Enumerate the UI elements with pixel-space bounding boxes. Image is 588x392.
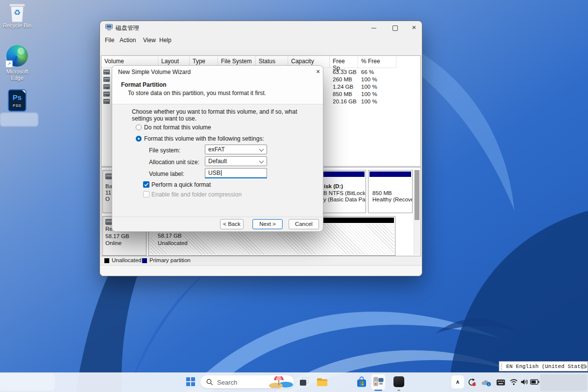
blurred-psd-label xyxy=(0,113,38,126)
menu-help[interactable]: Help xyxy=(159,37,172,44)
quick-format-checkbox[interactable] xyxy=(143,181,149,188)
touch-keyboard-icon[interactable] xyxy=(496,379,505,386)
free-space-value: 850 MB xyxy=(333,91,352,97)
psd-glyph: PSD xyxy=(9,104,25,107)
radio-format-volume[interactable] xyxy=(136,136,142,142)
menu-file[interactable]: File xyxy=(105,37,114,44)
pct-free-value: 100 % xyxy=(361,76,377,82)
free-space-value: 20.16 GB xyxy=(333,98,357,104)
active-app-indicator xyxy=(374,390,382,391)
disk-management-app-icon xyxy=(105,24,113,31)
wifi-icon[interactable] xyxy=(510,379,518,386)
volume-label-label: Volume label: xyxy=(149,171,184,177)
search-highlight-doodle-icon[interactable] xyxy=(268,376,294,388)
search-input[interactable]: Search xyxy=(200,375,294,389)
blurred-corner-area xyxy=(0,373,55,391)
cancel-button[interactable]: Cancel xyxy=(289,219,319,229)
tray-overflow-button[interactable]: ∧ xyxy=(451,375,464,389)
free-space-value: 1.24 GB xyxy=(333,84,353,90)
col-pctfree[interactable]: % Free xyxy=(358,56,396,68)
unallocated-size: 58.17 GB xyxy=(158,233,182,239)
unallocated-label: Unallocated xyxy=(158,240,188,246)
titlebar[interactable]: 磁盘管理 × xyxy=(100,21,422,34)
menu-action[interactable]: Action xyxy=(120,37,136,44)
legend-unallocated-swatch xyxy=(104,258,109,263)
wizard-step-heading: Format Partition xyxy=(121,81,167,88)
menu-view[interactable]: View xyxy=(143,37,156,44)
maximize-button[interactable] xyxy=(392,25,398,31)
next-button[interactable]: Next > xyxy=(252,219,283,229)
quick-format-label[interactable]: Perform a quick format xyxy=(151,181,211,188)
chevron-down-icon xyxy=(259,159,264,164)
drag-grip-icon[interactable] xyxy=(501,363,502,370)
back-button[interactable]: < Back xyxy=(220,219,244,229)
file-system-label: File system: xyxy=(149,147,180,154)
page-fold-icon xyxy=(22,90,26,94)
desktop-icon-recycle-bin[interactable]: ♻ Recycle Bin xyxy=(0,2,34,29)
wizard-step-subheading: To store data on this partition, you mus… xyxy=(128,90,266,97)
recovery-partition-box[interactable]: 850 MB Healthy (Recove xyxy=(368,170,413,213)
partition-d-health: y (Basic Data Partit xyxy=(323,196,366,202)
allocation-unit-select[interactable]: Default xyxy=(205,156,267,166)
battery-icon[interactable] xyxy=(530,379,539,385)
taskbar: Search xyxy=(0,372,588,392)
file-system-value: exFAT xyxy=(208,146,225,153)
volume-icon[interactable] xyxy=(520,378,529,386)
close-button[interactable]: × xyxy=(410,23,418,31)
file-explorer-icon[interactable] xyxy=(317,377,328,387)
disk1-type: Ba xyxy=(105,183,112,189)
volume-label-value: USB xyxy=(208,170,220,176)
start-button[interactable] xyxy=(186,377,195,386)
onedrive-cloud-icon[interactable]: i xyxy=(481,379,492,387)
language-bar[interactable]: EN English (United States) xyxy=(499,361,588,371)
psd-file-icon: Ps PSD xyxy=(8,89,26,112)
partition-d-title: isk (D:) xyxy=(324,183,343,189)
ps-glyph: Ps xyxy=(9,93,25,101)
pct-free-value: 100 % xyxy=(361,91,377,97)
free-space-value: 260 MB xyxy=(333,76,352,82)
pct-free-value: 100 % xyxy=(361,84,377,90)
button-row-divider xyxy=(112,217,323,217)
open-app-indicator xyxy=(397,390,400,391)
compression-checkbox[interactable] xyxy=(143,191,149,197)
recycle-bin-icon: ♻ xyxy=(8,2,26,23)
pct-free-value: 66 % xyxy=(361,69,374,75)
minimize-button[interactable] xyxy=(371,28,376,28)
chevron-up-icon: ∧ xyxy=(456,379,460,385)
disk1-status: O xyxy=(105,196,110,202)
ime-options-icon[interactable] xyxy=(581,364,585,368)
task-view-icon[interactable] xyxy=(300,377,309,386)
window-title: 磁盘管理 xyxy=(116,24,139,32)
language-indicator[interactable]: EN English (United States) xyxy=(506,364,588,369)
col-freespace[interactable]: Free Sp... xyxy=(330,56,358,68)
blurred-clock-area[interactable] xyxy=(540,374,587,391)
recovery-size: 850 MB xyxy=(372,190,392,196)
primary-partition-strip xyxy=(369,172,411,177)
dark-app-icon[interactable] xyxy=(393,376,404,387)
wizard-title: New Simple Volume Wizard xyxy=(118,69,191,75)
disk1-capacity: 11 xyxy=(105,190,111,196)
volume-label-input[interactable]: USB xyxy=(205,168,267,178)
radio-format-volume-label[interactable]: Format this volume with the following se… xyxy=(144,135,264,142)
recycle-symbol-icon: ♻ xyxy=(8,8,26,17)
new-simple-volume-wizard: New Simple Volume Wizard × Format Partit… xyxy=(112,65,323,232)
update-restart-icon[interactable] xyxy=(467,378,477,387)
partition-d-filesystem: B NTFS (BitLocker xyxy=(323,190,366,196)
desktop-icon-edge[interactable]: ↗ Microsoft Edge xyxy=(0,45,34,81)
wizard-close-icon[interactable]: × xyxy=(314,67,322,76)
desktop-screen: { "desktop": { "recycle_label": "Recycle… xyxy=(0,0,588,392)
compression-label: Enable file and folder compression xyxy=(151,191,242,198)
edge-label: Microsoft Edge xyxy=(0,69,34,81)
microsoft-store-icon[interactable] xyxy=(356,376,367,388)
chevron-down-icon xyxy=(259,147,264,152)
radio-do-not-format-label[interactable]: Do not format this volume xyxy=(144,124,211,131)
radio-do-not-format[interactable] xyxy=(136,124,142,130)
edge-icon: ↗ xyxy=(6,45,28,67)
file-system-select[interactable]: exFAT xyxy=(205,145,267,154)
disk-management-taskbar-button[interactable] xyxy=(371,374,386,390)
graph-scrollbar[interactable] xyxy=(414,170,420,255)
desktop-icon-psd[interactable]: Ps PSD xyxy=(0,89,34,112)
scrollbar-thumb[interactable] xyxy=(415,170,419,220)
legend-unallocated-label: Unallocated xyxy=(112,257,142,263)
shortcut-arrow-icon: ↗ xyxy=(5,60,13,68)
